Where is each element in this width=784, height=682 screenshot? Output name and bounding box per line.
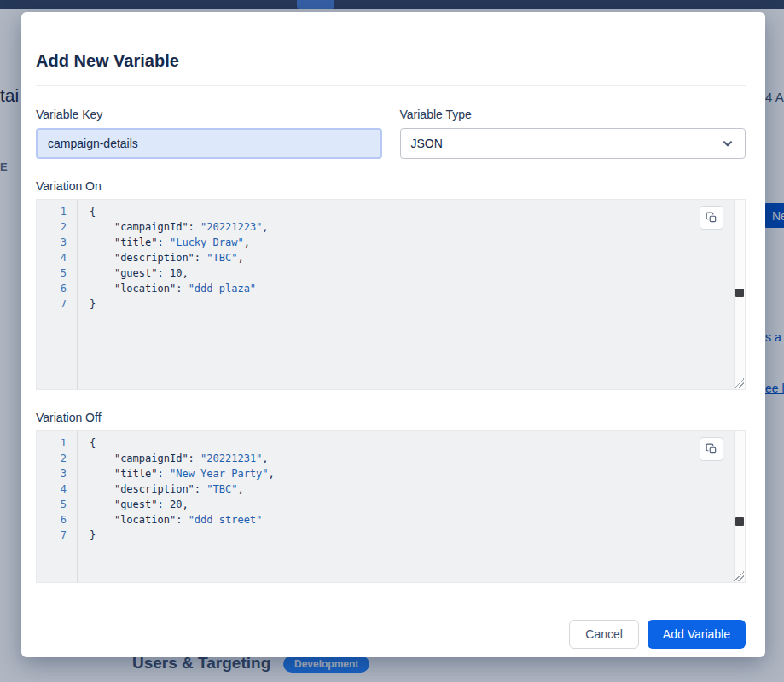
code-line: "location": "ddd street" xyxy=(90,512,733,528)
line-number: 6 xyxy=(37,512,77,528)
copy-button[interactable] xyxy=(700,437,723,461)
code-line: "campaignId": "20221231", xyxy=(90,451,733,466)
variable-type-select[interactable]: JSON xyxy=(400,128,746,159)
add-new-variable-modal: Add New Variable Variable Key Variable T… xyxy=(21,12,765,657)
line-number: 7 xyxy=(37,528,77,543)
code-line: "campaignId": "20221223", xyxy=(90,219,733,235)
copy-icon xyxy=(706,212,717,224)
variable-type-value: JSON xyxy=(411,137,443,150)
variable-type-field: Variable Type JSON xyxy=(400,108,746,159)
code-line: "title": "Lucky Draw", xyxy=(90,235,733,250)
code-line: } xyxy=(90,528,733,543)
code-line: } xyxy=(90,296,733,312)
line-number: 4 xyxy=(37,481,77,497)
line-number: 5 xyxy=(37,497,77,512)
code-line: { xyxy=(90,204,733,219)
variable-key-input[interactable] xyxy=(36,128,382,159)
copy-button[interactable] xyxy=(700,206,723,230)
line-number: 4 xyxy=(37,250,77,265)
add-variable-button[interactable]: Add Variable xyxy=(648,620,746,649)
line-number: 6 xyxy=(37,281,77,296)
line-number: 2 xyxy=(37,451,77,466)
variable-key-field: Variable Key xyxy=(36,108,382,159)
code-line: "title": "New Year Party", xyxy=(90,466,733,481)
modal-footer: Cancel Add Variable xyxy=(569,620,746,649)
copy-icon xyxy=(706,443,717,455)
line-number: 7 xyxy=(37,296,77,312)
form-row: Variable Key Variable Type JSON xyxy=(36,108,746,159)
modal-title: Add New Variable xyxy=(36,50,746,71)
scrollbar-thumb[interactable] xyxy=(735,517,744,526)
cancel-button[interactable]: Cancel xyxy=(569,620,639,649)
code-line: "guest": 10, xyxy=(90,265,733,281)
code-line: "guest": 20, xyxy=(90,497,733,512)
line-number: 3 xyxy=(37,466,77,481)
scrollbar-thumb[interactable] xyxy=(735,289,744,297)
header-divider xyxy=(36,85,746,86)
editor-scrollbar[interactable] xyxy=(734,431,745,582)
variable-type-label: Variable Type xyxy=(400,108,746,121)
line-number: 5 xyxy=(37,265,77,281)
editor-scrollbar[interactable] xyxy=(734,200,745,389)
editor-gutter: 1234567 xyxy=(37,200,78,389)
editor-gutter: 1234567 xyxy=(37,431,78,582)
editor-code-area[interactable]: { "campaignId": "20221223", "title": "Lu… xyxy=(78,200,733,389)
resize-handle[interactable] xyxy=(734,378,744,388)
code-line: "description": "TBC", xyxy=(90,481,733,497)
line-number: 1 xyxy=(37,204,77,219)
resize-handle[interactable] xyxy=(734,571,744,581)
variable-key-label: Variable Key xyxy=(36,108,382,121)
variation-off-editor[interactable]: 1234567 { "campaignId": "20221231", "tit… xyxy=(36,430,746,583)
code-line: { xyxy=(90,435,733,451)
variation-on-label: Variation On xyxy=(36,179,746,193)
line-number: 2 xyxy=(37,219,77,235)
code-line: "description": "TBC", xyxy=(90,250,733,265)
variation-on-editor[interactable]: 1234567 { "campaignId": "20221223", "tit… xyxy=(36,199,746,390)
line-number: 1 xyxy=(37,435,77,451)
editor-code-area[interactable]: { "campaignId": "20221231", "title": "Ne… xyxy=(78,431,733,582)
line-number: 3 xyxy=(37,235,77,250)
chevron-down-icon xyxy=(721,137,735,150)
code-line: "location": "ddd plaza" xyxy=(90,281,733,296)
variation-off-label: Variation Off xyxy=(36,411,746,424)
